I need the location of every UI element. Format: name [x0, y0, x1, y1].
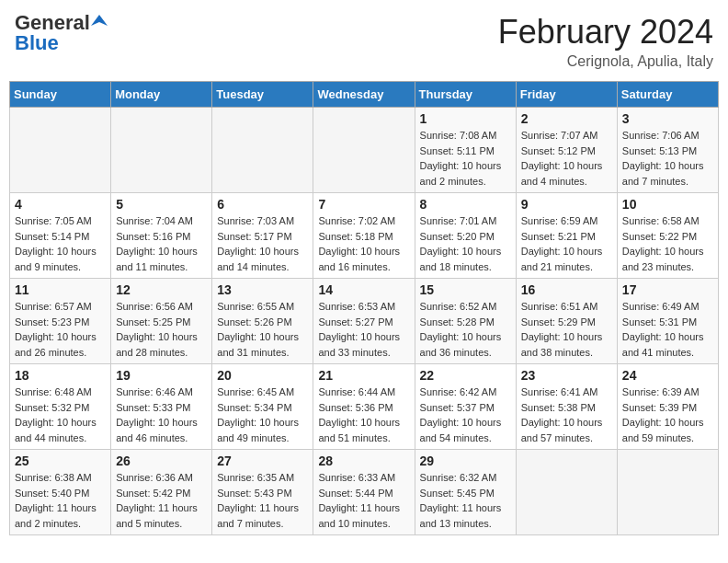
- day-number: 15: [420, 282, 511, 297]
- column-header-wednesday: Wednesday: [313, 82, 415, 108]
- calendar-table: SundayMondayTuesdayWednesdayThursdayFrid…: [9, 81, 719, 535]
- calendar-cell: 17Sunrise: 6:49 AM Sunset: 5:31 PM Dayli…: [617, 279, 718, 364]
- calendar-cell: 21Sunrise: 6:44 AM Sunset: 5:36 PM Dayli…: [313, 364, 415, 450]
- day-detail: Sunrise: 7:02 AM Sunset: 5:18 PM Dayligh…: [318, 213, 409, 274]
- day-number: 28: [318, 454, 409, 468]
- day-detail: Sunrise: 6:48 AM Sunset: 5:32 PM Dayligh…: [15, 385, 106, 445]
- day-number: 16: [521, 282, 612, 297]
- day-detail: Sunrise: 7:04 AM Sunset: 5:16 PM Dayligh…: [116, 213, 207, 274]
- calendar-cell: 13Sunrise: 6:55 AM Sunset: 5:26 PM Dayli…: [212, 279, 313, 364]
- day-detail: Sunrise: 6:56 AM Sunset: 5:25 PM Dayligh…: [116, 299, 207, 360]
- day-number: 17: [622, 282, 713, 297]
- calendar-cell: [212, 108, 313, 193]
- calendar-cell: 1Sunrise: 7:08 AM Sunset: 5:11 PM Daylig…: [415, 108, 516, 193]
- day-number: 2: [521, 111, 612, 126]
- day-detail: Sunrise: 7:07 AM Sunset: 5:12 PM Dayligh…: [521, 128, 612, 189]
- day-detail: Sunrise: 7:05 AM Sunset: 5:14 PM Dayligh…: [15, 213, 106, 274]
- svg-marker-0: [91, 15, 108, 26]
- day-number: 24: [622, 368, 713, 383]
- day-detail: Sunrise: 6:46 AM Sunset: 5:33 PM Dayligh…: [116, 385, 207, 445]
- day-detail: Sunrise: 6:45 AM Sunset: 5:34 PM Dayligh…: [217, 385, 308, 445]
- column-header-friday: Friday: [516, 82, 617, 108]
- column-header-monday: Monday: [111, 82, 212, 108]
- calendar-cell: [617, 450, 718, 535]
- calendar-cell: [10, 108, 111, 193]
- calendar-cell: 16Sunrise: 6:51 AM Sunset: 5:29 PM Dayli…: [516, 279, 617, 364]
- calendar-cell: 25Sunrise: 6:38 AM Sunset: 5:40 PM Dayli…: [10, 450, 111, 535]
- day-number: 12: [116, 282, 207, 297]
- calendar-cell: 14Sunrise: 6:53 AM Sunset: 5:27 PM Dayli…: [313, 279, 415, 364]
- calendar-cell: 23Sunrise: 6:41 AM Sunset: 5:38 PM Dayli…: [516, 364, 617, 450]
- calendar-cell: 9Sunrise: 6:59 AM Sunset: 5:21 PM Daylig…: [516, 193, 617, 279]
- column-header-saturday: Saturday: [617, 82, 718, 108]
- week-row-2: 4Sunrise: 7:05 AM Sunset: 5:14 PM Daylig…: [10, 193, 719, 279]
- day-number: 11: [15, 282, 106, 297]
- calendar-cell: 10Sunrise: 6:58 AM Sunset: 5:22 PM Dayli…: [617, 193, 718, 279]
- week-row-1: 1Sunrise: 7:08 AM Sunset: 5:11 PM Daylig…: [10, 108, 719, 193]
- day-number: 8: [420, 197, 511, 212]
- calendar-cell: 4Sunrise: 7:05 AM Sunset: 5:14 PM Daylig…: [10, 193, 111, 279]
- day-detail: Sunrise: 6:36 AM Sunset: 5:42 PM Dayligh…: [116, 470, 207, 531]
- day-detail: Sunrise: 7:01 AM Sunset: 5:20 PM Dayligh…: [420, 213, 511, 274]
- calendar-cell: 19Sunrise: 6:46 AM Sunset: 5:33 PM Dayli…: [111, 364, 212, 450]
- day-detail: Sunrise: 6:49 AM Sunset: 5:31 PM Dayligh…: [622, 299, 713, 360]
- logo: General Blue: [15, 13, 108, 53]
- calendar-cell: 2Sunrise: 7:07 AM Sunset: 5:12 PM Daylig…: [516, 108, 617, 193]
- day-number: 21: [318, 368, 409, 383]
- day-number: 7: [318, 197, 409, 212]
- column-header-sunday: Sunday: [10, 82, 111, 108]
- day-number: 26: [116, 454, 207, 468]
- day-number: 1: [420, 111, 511, 126]
- day-number: 13: [217, 282, 308, 297]
- calendar-cell: 12Sunrise: 6:56 AM Sunset: 5:25 PM Dayli…: [111, 279, 212, 364]
- day-number: 3: [622, 111, 713, 126]
- day-detail: Sunrise: 6:55 AM Sunset: 5:26 PM Dayligh…: [217, 299, 308, 360]
- day-detail: Sunrise: 6:57 AM Sunset: 5:23 PM Dayligh…: [15, 299, 106, 360]
- day-detail: Sunrise: 6:32 AM Sunset: 5:45 PM Dayligh…: [420, 470, 511, 531]
- day-detail: Sunrise: 6:58 AM Sunset: 5:22 PM Dayligh…: [622, 213, 713, 274]
- calendar-cell: 29Sunrise: 6:32 AM Sunset: 5:45 PM Dayli…: [415, 450, 516, 535]
- logo-bird-icon: [91, 13, 108, 29]
- day-detail: Sunrise: 6:38 AM Sunset: 5:40 PM Dayligh…: [15, 470, 106, 531]
- day-number: 19: [116, 368, 207, 383]
- month-title: February 2024: [498, 13, 713, 52]
- logo-blue-text: Blue: [15, 33, 59, 53]
- week-row-5: 25Sunrise: 6:38 AM Sunset: 5:40 PM Dayli…: [10, 450, 719, 535]
- calendar-cell: 6Sunrise: 7:03 AM Sunset: 5:17 PM Daylig…: [212, 193, 313, 279]
- calendar-cell: 20Sunrise: 6:45 AM Sunset: 5:34 PM Dayli…: [212, 364, 313, 450]
- calendar-cell: [516, 450, 617, 535]
- day-number: 4: [15, 197, 106, 212]
- calendar-cell: 8Sunrise: 7:01 AM Sunset: 5:20 PM Daylig…: [415, 193, 516, 279]
- day-detail: Sunrise: 6:59 AM Sunset: 5:21 PM Dayligh…: [521, 213, 612, 274]
- day-number: 27: [217, 454, 308, 468]
- column-header-thursday: Thursday: [415, 82, 516, 108]
- day-number: 6: [217, 197, 308, 212]
- week-row-3: 11Sunrise: 6:57 AM Sunset: 5:23 PM Dayli…: [10, 279, 719, 364]
- day-detail: Sunrise: 6:53 AM Sunset: 5:27 PM Dayligh…: [318, 299, 409, 360]
- day-detail: Sunrise: 7:08 AM Sunset: 5:11 PM Dayligh…: [420, 128, 511, 189]
- day-detail: Sunrise: 6:41 AM Sunset: 5:38 PM Dayligh…: [521, 385, 612, 445]
- day-number: 22: [420, 368, 511, 383]
- calendar-cell: 24Sunrise: 6:39 AM Sunset: 5:39 PM Dayli…: [617, 364, 718, 450]
- day-number: 5: [116, 197, 207, 212]
- calendar-cell: 18Sunrise: 6:48 AM Sunset: 5:32 PM Dayli…: [10, 364, 111, 450]
- calendar-cell: 26Sunrise: 6:36 AM Sunset: 5:42 PM Dayli…: [111, 450, 212, 535]
- day-detail: Sunrise: 6:51 AM Sunset: 5:29 PM Dayligh…: [521, 299, 612, 360]
- day-number: 23: [521, 368, 612, 383]
- day-detail: Sunrise: 7:06 AM Sunset: 5:13 PM Dayligh…: [622, 128, 713, 189]
- day-detail: Sunrise: 7:03 AM Sunset: 5:17 PM Dayligh…: [217, 213, 308, 274]
- page-header: General Blue February 2024 Cerignola, Ap…: [9, 9, 719, 74]
- day-number: 9: [521, 197, 612, 212]
- day-number: 18: [15, 368, 106, 383]
- logo-general-text: General: [15, 13, 90, 33]
- calendar-cell: 11Sunrise: 6:57 AM Sunset: 5:23 PM Dayli…: [10, 279, 111, 364]
- calendar-cell: 22Sunrise: 6:42 AM Sunset: 5:37 PM Dayli…: [415, 364, 516, 450]
- calendar-cell: 5Sunrise: 7:04 AM Sunset: 5:16 PM Daylig…: [111, 193, 212, 279]
- calendar-cell: 27Sunrise: 6:35 AM Sunset: 5:43 PM Dayli…: [212, 450, 313, 535]
- day-detail: Sunrise: 6:35 AM Sunset: 5:43 PM Dayligh…: [217, 470, 308, 531]
- day-number: 29: [420, 454, 511, 468]
- week-row-4: 18Sunrise: 6:48 AM Sunset: 5:32 PM Dayli…: [10, 364, 719, 450]
- calendar-cell: 28Sunrise: 6:33 AM Sunset: 5:44 PM Dayli…: [313, 450, 415, 535]
- day-number: 14: [318, 282, 409, 297]
- day-detail: Sunrise: 6:39 AM Sunset: 5:39 PM Dayligh…: [622, 385, 713, 445]
